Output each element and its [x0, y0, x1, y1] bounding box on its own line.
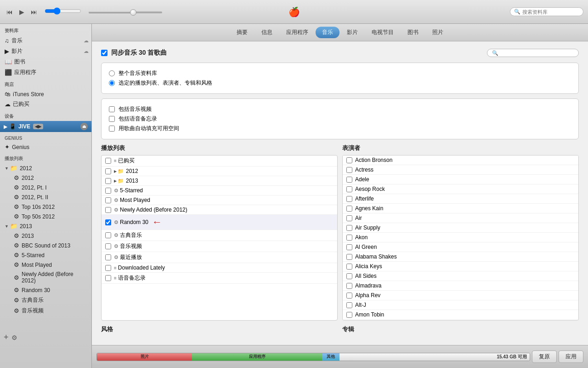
list-item[interactable]: Almadrava	[343, 281, 578, 291]
list-item[interactable]: Amy Winehouse	[343, 320, 578, 321]
list-item[interactable]: Alpha Rev	[343, 291, 578, 300]
list-item[interactable]: Adele	[343, 175, 578, 184]
item-checkbox[interactable]	[105, 265, 111, 271]
item-checkbox[interactable]	[105, 275, 111, 281]
tab-books[interactable]: 图书	[401, 27, 425, 38]
tab-photos[interactable]: 照片	[426, 27, 450, 38]
perf-checkbox[interactable]	[346, 273, 352, 279]
sidebar-item-bbc2013[interactable]: ⚙ BBC Sound of 2013	[9, 241, 91, 250]
list-item[interactable]: ⚙ 古典音乐	[102, 230, 337, 241]
play-button[interactable]: ▶	[17, 6, 26, 17]
sidebar-item-purchased[interactable]: ☁ 已购买	[0, 99, 91, 109]
tab-apps[interactable]: 应用程序	[280, 27, 315, 38]
list-item[interactable]: ⚙ Newly Added (Before 2012)	[102, 205, 337, 215]
sidebar-item-most-played[interactable]: ⚙ Most Played	[9, 260, 91, 270]
perf-checkbox[interactable]	[346, 312, 352, 318]
sidebar-folder-2013[interactable]: ▼ 📁 2013	[0, 221, 91, 231]
list-item[interactable]: Alicia Keys	[343, 262, 578, 271]
playlist-settings-button[interactable]: ⚙	[11, 333, 17, 342]
item-checkbox[interactable]	[105, 168, 111, 174]
list-item[interactable]: ⚙ 最近播放	[102, 252, 337, 263]
include-voice-checkbox[interactable]	[109, 116, 115, 122]
rewind-button[interactable]: ⏮	[5, 6, 15, 17]
list-item[interactable]: Action Bronson	[343, 155, 578, 165]
sidebar-item-2012pt1[interactable]: ⚙ 2012, Pt. I	[9, 183, 91, 192]
radio-whole-library[interactable]: 整个音乐资料库	[109, 69, 571, 77]
perf-checkbox[interactable]	[346, 244, 352, 250]
list-item[interactable]: ≡ 已购买	[102, 155, 337, 167]
perf-checkbox[interactable]	[346, 167, 352, 173]
item-checkbox[interactable]	[105, 207, 111, 213]
autofill-checkbox[interactable]	[109, 126, 115, 132]
sidebar-item-newly-added[interactable]: ⚙ Newly Added (Before 2012)	[9, 270, 91, 285]
sidebar-item-2013[interactable]: ⚙ 2013	[9, 231, 91, 241]
sidebar-item-2012[interactable]: ⚙ 2012	[9, 173, 91, 183]
item-checkbox[interactable]	[105, 232, 111, 238]
tab-movies[interactable]: 影片	[340, 27, 364, 38]
sidebar-item-top50s[interactable]: ⚙ Top 50s 2012	[9, 212, 91, 221]
perf-checkbox[interactable]	[346, 264, 352, 270]
sync-search-input[interactable]	[487, 49, 579, 57]
progress-knob[interactable]	[130, 9, 136, 16]
perf-checkbox[interactable]	[346, 215, 352, 221]
add-playlist-button[interactable]: +	[4, 333, 9, 342]
list-item[interactable]: Air	[343, 213, 578, 223]
list-item[interactable]: ≡ 语音备忘录	[102, 273, 337, 284]
item-checkbox[interactable]	[105, 197, 111, 203]
perf-checkbox[interactable]	[346, 177, 352, 183]
sidebar-item-music-video[interactable]: ⚙ 音乐视频	[9, 305, 91, 316]
list-item[interactable]: ⚙ 音乐视频	[102, 241, 337, 252]
perf-checkbox[interactable]	[346, 254, 352, 260]
radio-selected-input[interactable]	[109, 80, 115, 86]
sidebar-item-random30[interactable]: ⚙ Random 30	[9, 285, 91, 295]
sidebar-item-classical[interactable]: ⚙ 古典音乐	[9, 295, 91, 305]
sidebar-item-5starred[interactable]: ⚙ 5-Starred	[9, 250, 91, 260]
eject-button[interactable]: ⏏	[80, 123, 88, 130]
sidebar-item-2012pt2[interactable]: ⚙ 2012, Pt. II	[9, 192, 91, 202]
forward-button[interactable]: ⏭	[29, 6, 39, 17]
item-checkbox[interactable]	[105, 254, 111, 260]
sidebar-item-movies[interactable]: ▶ 影片 ☁	[0, 46, 91, 57]
apply-button[interactable]: 应用	[559, 351, 583, 363]
sync-music-checkbox[interactable]	[101, 50, 107, 56]
item-checkbox[interactable]	[105, 158, 111, 164]
volume-slider[interactable]	[45, 7, 81, 15]
sidebar-folder-2012[interactable]: ▼ 📁 2012	[0, 163, 91, 173]
search-input[interactable]	[522, 9, 579, 15]
list-item[interactable]: ⚙ Most Played	[102, 196, 337, 205]
list-item[interactable]: ▶ 📁 2012	[102, 167, 337, 176]
perf-checkbox[interactable]	[346, 293, 352, 299]
sidebar-item-books[interactable]: 📖 图书	[0, 57, 91, 67]
include-videos-checkbox[interactable]	[109, 106, 115, 112]
list-item[interactable]: All Sides	[343, 271, 578, 281]
list-item[interactable]: Air Supply	[343, 223, 578, 233]
perf-checkbox[interactable]	[346, 186, 352, 192]
perf-checkbox[interactable]	[346, 283, 352, 289]
list-item[interactable]: Aesop Rock	[343, 184, 578, 194]
perf-checkbox[interactable]	[346, 302, 352, 308]
sidebar-item-genius[interactable]: ✦ Genius	[0, 142, 91, 152]
list-item[interactable]: Amon Tobin	[343, 310, 578, 320]
item-checkbox[interactable]	[105, 243, 111, 249]
list-item[interactable]: Alt-J	[343, 300, 578, 310]
tab-music[interactable]: 音乐	[316, 27, 339, 38]
radio-whole-input[interactable]	[109, 70, 115, 76]
list-item-random30[interactable]: ⚙ Random 30 ←	[102, 215, 337, 230]
item-checkbox[interactable]	[105, 178, 111, 184]
list-item[interactable]: Akon	[343, 233, 578, 242]
radio-selected[interactable]: 选定的播放列表、表演者、专辑和风格	[109, 79, 571, 87]
list-item[interactable]: Al Green	[343, 242, 578, 252]
sidebar-item-apps[interactable]: ⬛ 应用程序	[0, 67, 91, 78]
item-checkbox[interactable]	[105, 188, 111, 194]
perf-checkbox[interactable]	[346, 235, 352, 241]
perf-checkbox[interactable]	[346, 157, 352, 163]
list-item[interactable]: Alabama Shakes	[343, 252, 578, 262]
check-include-videos[interactable]: 包括音乐视频	[109, 105, 571, 113]
list-item[interactable]: ⚙ 5-Starred	[102, 186, 337, 196]
sidebar-item-itunes-store[interactable]: 🛍 iTunes Store	[0, 89, 91, 99]
sidebar-item-top10s[interactable]: ⚙ Top 10s 2012	[9, 202, 91, 212]
list-item[interactable]: Afterlife	[343, 194, 578, 204]
tab-tv[interactable]: 电视节目	[365, 27, 400, 38]
perf-checkbox[interactable]	[346, 206, 352, 212]
sidebar-device[interactable]: ▶ 📱 JIVE ◀▶ ⏏	[0, 121, 91, 132]
